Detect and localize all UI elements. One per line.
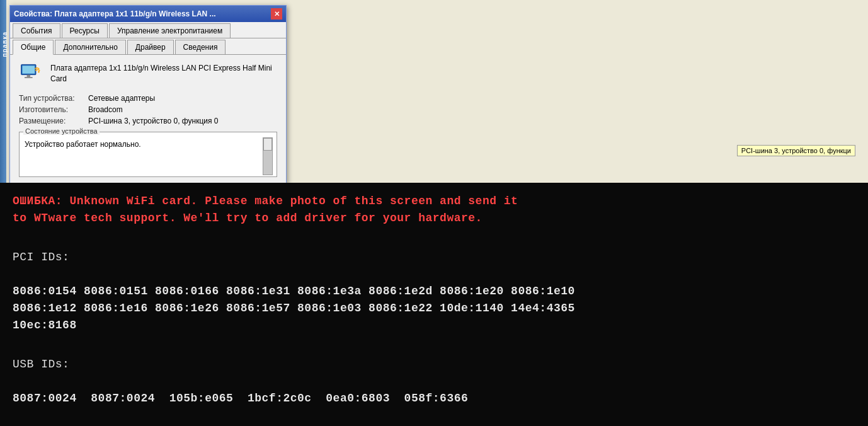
top-area: правка Свойства: Плата адаптера 1x1 11b/… — [0, 0, 868, 183]
tab-advanced[interactable]: Дополнительно — [55, 40, 125, 54]
status-scrollbar[interactable] — [263, 137, 273, 175]
svg-rect-2 — [27, 75, 30, 78]
tab-resources[interactable]: Ресурсы — [62, 23, 108, 38]
tab-events[interactable]: События — [13, 23, 60, 38]
properties-table: Тип устройства: Сетевые адаптеры Изготов… — [19, 94, 277, 125]
status-content: Устройство работает нормально. — [23, 137, 273, 175]
tab-driver[interactable]: Драйвер — [127, 40, 174, 54]
svg-point-4 — [38, 71, 40, 73]
placement-tooltip: PCI-шина 3, устройство 0, функци — [737, 145, 855, 156]
terminal-line-11: 8087:0024 8087:0024 105b:e065 1bcf:2c0c … — [13, 390, 855, 407]
status-text: Устройство работает нормально. — [23, 137, 263, 151]
svg-rect-1 — [22, 66, 35, 74]
sidebar-hint: правка — [0, 0, 6, 183]
terminal-line-12 — [13, 407, 855, 424]
terminal-line-6: 8086:1e12 8086:1e16 8086:1e26 8086:1e57 … — [13, 300, 855, 317]
prop-label-type: Тип устройства: — [19, 94, 88, 103]
tabs-row-1: События Ресурсы Управление электропитани… — [10, 22, 286, 38]
device-info-row: Плата адаптера 1x1 11b/g/n Wireless LAN … — [19, 61, 277, 86]
terminal-line-2 — [13, 227, 855, 244]
prop-value-manufacturer: Broadcom — [88, 105, 123, 114]
prop-row-manufacturer: Изготовитель: Broadcom — [19, 105, 277, 114]
terminal-line-9: USB IDs: — [13, 356, 855, 373]
prop-value-placement: PCI-шина 3, устройство 0, функция 0 — [88, 117, 219, 125]
svg-rect-3 — [25, 77, 33, 78]
device-icon — [19, 61, 44, 86]
dialog-title: Свойства: Плата адаптера 1x1 11b/g/n Wir… — [14, 9, 271, 18]
prop-label-placement: Размещение: — [19, 117, 88, 125]
scrollbar-thumb — [263, 138, 272, 151]
tab-general[interactable]: Общие — [13, 40, 54, 55]
device-name: Плата адаптера 1x1 11b/g/n Wireless LAN … — [50, 63, 277, 84]
status-section-label: Состояние устройства — [23, 127, 100, 135]
tab-power[interactable]: Управление электропитанием — [109, 23, 231, 38]
sidebar-text: правка — [1, 32, 8, 57]
terminal-line-7: 10ec:8168 — [13, 317, 855, 334]
tab-details[interactable]: Сведения — [175, 40, 226, 54]
dialog-titlebar: Свойства: Плата адаптера 1x1 11b/g/n Wir… — [10, 6, 286, 22]
prop-row-type: Тип устройства: Сетевые адаптеры — [19, 94, 277, 103]
terminal-line-8 — [13, 334, 855, 351]
tabs-row-2: Общие Дополнительно Драйвер Сведения — [10, 38, 286, 55]
dialog-close-button[interactable]: ✕ — [271, 8, 282, 20]
terminal-line-3: PCI IDs: — [13, 249, 855, 266]
dialog-content: Плата адаптера 1x1 11b/g/n Wireless LAN … — [10, 55, 286, 183]
adapter-icon-svg — [19, 61, 42, 84]
terminal-line-10 — [13, 373, 855, 390]
prop-row-placement: Размещение: PCI-шина 3, устройство 0, фу… — [19, 117, 277, 125]
terminal-line-0: ОШИБКА: Unknown WiFi card. Please make p… — [13, 193, 855, 210]
prop-value-type: Сетевые адаптеры — [88, 94, 155, 103]
status-section: Состояние устройства Устройство работает… — [19, 132, 277, 177]
terminal-line-4 — [13, 266, 855, 283]
prop-label-manufacturer: Изготовитель: — [19, 105, 88, 114]
dialog-window: Свойства: Плата адаптера 1x1 11b/g/n Wir… — [9, 5, 287, 183]
terminal-line-5: 8086:0154 8086:0151 8086:0166 8086:1e31 … — [13, 283, 855, 300]
terminal-area: ОШИБКА: Unknown WiFi card. Please make p… — [0, 183, 868, 426]
terminal-line-1: to WTware tech support. We'll try to add… — [13, 210, 855, 227]
